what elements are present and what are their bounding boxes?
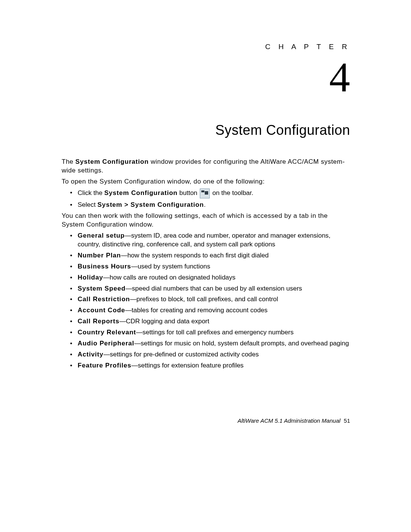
setting-name: Account Code <box>78 307 125 314</box>
open-line: To open the System Configuration window,… <box>62 177 350 186</box>
settings-list: General setup—system ID, area code and n… <box>62 232 350 370</box>
setting-name: Holiday <box>78 274 103 281</box>
intro-bold: System Configuration <box>75 158 149 165</box>
footer-title: AltiWare ACM 5.1 Administration Manual <box>237 417 340 424</box>
setting-desc: —speed dial numbers that can be used by … <box>126 285 302 292</box>
intro-paragraph: The System Configuration window provides… <box>62 158 350 175</box>
work-line: You can then work with the following set… <box>62 212 350 229</box>
settings-item: Number Plan—how the system responds to e… <box>62 251 350 260</box>
setting-name: Feature Profiles <box>78 362 131 369</box>
open-method-list: Click the System Configuration button on… <box>62 189 350 209</box>
setting-desc: —tables for creating and removing accoun… <box>125 307 268 314</box>
settings-item: Feature Profiles—settings for extension … <box>62 361 350 370</box>
setting-desc: —used by system functions <box>131 263 210 270</box>
settings-item: System Speed—speed dial numbers that can… <box>62 284 350 293</box>
settings-item: Account Code—tables for creating and rem… <box>62 306 350 315</box>
setting-name: Number Plan <box>78 252 121 259</box>
settings-item: Audio Peripheral—settings for music on h… <box>62 339 350 348</box>
chapter-title: System Configuration <box>62 121 350 140</box>
setting-name: Call Restriction <box>78 296 130 303</box>
intro-prefix: The <box>62 158 75 165</box>
setting-desc: —settings for pre-defined or customized … <box>104 351 259 358</box>
setting-name: Call Reports <box>78 318 119 325</box>
settings-item: Holiday—how calls are routed on designat… <box>62 273 350 282</box>
setting-desc: —prefixes to block, toll call prefixes, … <box>130 296 278 303</box>
settings-item: Call Reports—CDR logging and data export <box>62 317 350 326</box>
click-prefix: Click the <box>78 190 104 197</box>
settings-item: Call Restriction—prefixes to block, toll… <box>62 295 350 304</box>
select-prefix: Select <box>78 201 97 208</box>
setting-desc: —settings for extension feature profiles <box>131 362 244 369</box>
setting-desc: —how calls are routed on designated holi… <box>103 274 236 281</box>
click-mid: button <box>178 190 199 197</box>
open-method-select: Select System > System Configuration. <box>62 201 350 209</box>
setting-name: Business Hours <box>78 263 131 270</box>
select-bold: System > System Configuration <box>97 201 204 208</box>
setting-name: Audio Peripheral <box>78 340 134 347</box>
footer-page-number: 51 <box>344 417 350 424</box>
setting-desc: —settings for music on hold, system defa… <box>134 340 349 347</box>
settings-item: Business Hours—used by system functions <box>62 262 350 271</box>
open-method-click: Click the System Configuration button on… <box>62 189 350 198</box>
setting-desc: —how the system responds to each first d… <box>121 252 269 259</box>
setting-desc: —CDR logging and data export <box>119 318 209 325</box>
setting-name: Country Relevant <box>78 329 136 336</box>
setting-name: System Speed <box>78 285 126 292</box>
settings-item: Country Relevant—settings for toll call … <box>62 328 350 337</box>
setting-desc: —settings for toll call prefixes and eme… <box>136 329 294 336</box>
chapter-number: 4 <box>62 56 350 98</box>
page-footer: AltiWare ACM 5.1 Administration Manual 5… <box>62 417 350 425</box>
select-suffix: . <box>204 201 206 208</box>
setting-name: General setup <box>78 232 125 239</box>
chapter-label: C H A P T E R <box>62 42 350 52</box>
setting-name: Activity <box>78 351 104 358</box>
click-suffix: on the toolbar. <box>210 190 253 197</box>
settings-item: Activity—settings for pre-defined or cus… <box>62 350 350 359</box>
settings-item: General setup—system ID, area code and n… <box>62 232 350 249</box>
document-page: C H A P T E R 4 System Configuration The… <box>0 0 411 532</box>
system-config-icon <box>200 189 210 198</box>
click-bold: System Configuration <box>104 190 178 197</box>
